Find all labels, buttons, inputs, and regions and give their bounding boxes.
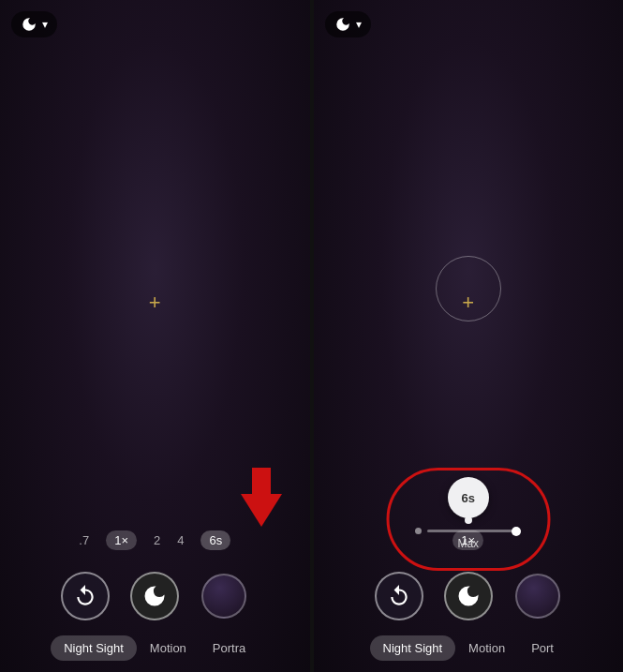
slider-thumb[interactable] xyxy=(512,527,521,536)
night-sight-icon-right xyxy=(334,16,351,33)
tab-portrait-left[interactable]: Portra xyxy=(200,635,259,661)
timer-bubble[interactable]: 6s xyxy=(448,477,489,518)
tab-motion-left[interactable]: Motion xyxy=(137,635,200,661)
mode-tabs-left: Night Sight Motion Portra xyxy=(0,635,310,661)
night-sight-icon xyxy=(21,16,37,33)
bottom-controls-left xyxy=(0,572,310,620)
moon-icon xyxy=(141,583,168,609)
zoom-4-btn[interactable]: 4 xyxy=(177,533,184,547)
tab-night-sight-left[interactable]: Night Sight xyxy=(51,635,137,661)
timer-value: 6s xyxy=(462,491,475,505)
top-bar-right: ▾ xyxy=(325,11,613,37)
gallery-button-left[interactable] xyxy=(200,572,248,620)
rotate-button-right[interactable] xyxy=(375,572,423,620)
slider-min-dot xyxy=(415,528,422,534)
arrow-shaft xyxy=(252,468,271,494)
gallery-thumbnail-right xyxy=(515,574,560,619)
gallery-thumbnail-left xyxy=(201,574,246,619)
zoom-07-btn[interactable]: .7 xyxy=(79,533,89,547)
camera-mode-badge-right[interactable]: ▾ xyxy=(325,11,371,37)
chevron-down-icon-right: ▾ xyxy=(356,18,362,31)
tab-night-sight-right[interactable]: Night Sight xyxy=(370,635,456,661)
tab-motion-right[interactable]: Motion xyxy=(455,635,518,661)
rotate-icon xyxy=(73,584,97,608)
focus-crosshair-left: + xyxy=(149,292,161,313)
night-mode-button-left[interactable] xyxy=(130,572,179,620)
moon-icon-right xyxy=(455,583,482,609)
zoom-controls-left: .7 1× 2 4 6s xyxy=(0,530,310,550)
focus-ring-right xyxy=(436,256,501,321)
red-arrow-indicator xyxy=(241,468,282,527)
chevron-down-icon: ▾ xyxy=(42,18,48,31)
right-camera-panel: ▾ + 6s Max 1× xyxy=(314,0,624,672)
left-camera-panel: ▾ + .7 1× 2 4 6s Night Sight xyxy=(0,0,310,672)
tab-portrait-right[interactable]: Port xyxy=(518,635,567,661)
slider-track[interactable] xyxy=(427,530,521,532)
arrow-head xyxy=(241,494,282,527)
slider-label: Max xyxy=(457,537,479,550)
gallery-button-right[interactable] xyxy=(513,572,562,620)
night-mode-button-right[interactable] xyxy=(444,572,493,620)
zoom-2-btn[interactable]: 2 xyxy=(154,533,160,547)
rotate-button-left[interactable] xyxy=(61,572,110,620)
slider-track-container xyxy=(415,528,521,534)
zoom-1x-btn[interactable]: 1× xyxy=(106,530,137,550)
top-bar-left: ▾ xyxy=(11,11,299,37)
camera-mode-badge-left[interactable]: ▾ xyxy=(11,11,57,37)
rotate-icon-right xyxy=(387,584,411,608)
timer-slider-right: 6s Max xyxy=(314,477,624,550)
mode-tabs-right: Night Sight Motion Port xyxy=(314,635,624,661)
zoom-6s-btn[interactable]: 6s xyxy=(200,530,230,550)
bottom-controls-right xyxy=(314,572,624,620)
